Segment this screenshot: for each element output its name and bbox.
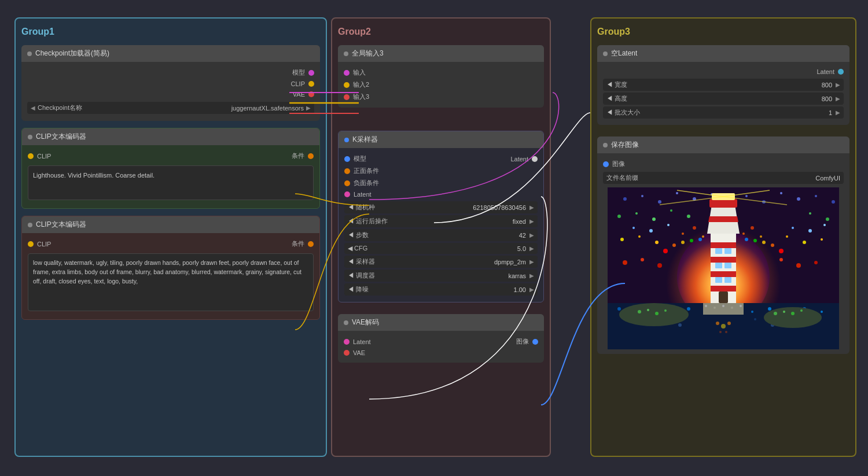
- svg-rect-63: [711, 242, 736, 248]
- height-row[interactable]: ◀ 高度 800 ▶: [603, 93, 844, 105]
- svg-point-58: [754, 318, 756, 320]
- svg-point-102: [725, 331, 727, 333]
- svg-point-96: [791, 312, 795, 315]
- svg-point-97: [800, 309, 803, 312]
- checkpoint-header: Checkpoint加载器(简易): [21, 45, 320, 62]
- clip-positive-text[interactable]: Lighthouse. Vivid Pointillism. Coarse de…: [28, 165, 314, 200]
- clip-negative-input-port[interactable]: [28, 241, 34, 247]
- clip-positive-input-label: CLIP: [37, 153, 171, 160]
- model-output-row: 模型: [27, 67, 314, 79]
- svg-rect-66: [711, 286, 736, 291]
- vae-decode-image-out-port[interactable]: [532, 339, 538, 345]
- empty-latent-out-row: Latent: [603, 67, 844, 77]
- clip-positive-header: CLIP文本编码器: [22, 128, 319, 145]
- svg-point-38: [792, 227, 794, 229]
- clip-negative-output-port[interactable]: [308, 241, 314, 247]
- svg-point-101: [719, 331, 722, 333]
- group3: Group3 空Latent Latent ◀ 宽度 800 ▶ ◀ 高度 80…: [590, 17, 856, 457]
- ksampler-status: [344, 138, 349, 142]
- svg-point-100: [727, 322, 731, 325]
- ksampler-model-port[interactable]: [344, 156, 350, 162]
- vae-decode-body: Latent 图像 VAE: [338, 331, 544, 363]
- ksampler-cfg-row[interactable]: ◀ CFG 5.0 ▶: [344, 243, 538, 254]
- height-value: 800: [822, 95, 832, 102]
- ksampler-model-row: 模型 Latent: [344, 153, 538, 165]
- vae-decode-latent-port[interactable]: [344, 339, 350, 345]
- empty-latent-header: 空Latent: [597, 45, 849, 62]
- checkpoint-select-value: juggernautXL.safetensors: [171, 105, 304, 112]
- ksampler-latent-in-port[interactable]: [344, 191, 350, 197]
- node-save-image: 保存图像 图像 文件名前缀 ComfyUI: [597, 136, 849, 354]
- svg-point-110: [672, 243, 676, 247]
- checkpoint-body: 模型 CLIP VAE ◀ Checkpoint名称 juggernautXL.…: [21, 62, 320, 121]
- ksampler-negative-port[interactable]: [344, 180, 350, 186]
- ksampler-denoise-row[interactable]: ◀ 降噪 1.00 ▶: [344, 283, 538, 296]
- svg-rect-64: [711, 257, 736, 263]
- svg-point-50: [768, 307, 771, 311]
- batch-label: ◀ 批次大小: [606, 108, 829, 117]
- empty-latent-out-port[interactable]: [838, 69, 844, 75]
- height-arrow: ▶: [836, 95, 840, 102]
- width-arrow: ▶: [836, 82, 840, 88]
- vae-output-port[interactable]: [308, 91, 314, 97]
- width-row[interactable]: ◀ 宽度 800 ▶: [603, 79, 844, 91]
- svg-point-15: [832, 200, 835, 204]
- save-image-input-label: 图像: [612, 160, 844, 168]
- input1-port[interactable]: [344, 70, 350, 76]
- clip-positive-output-label: 条件: [171, 152, 304, 160]
- svg-point-10: [745, 195, 748, 197]
- group1: Group1 Checkpoint加载器(简易) 模型 CLIP VAE: [14, 17, 327, 457]
- svg-marker-68: [708, 216, 738, 222]
- clip-output-port[interactable]: [308, 81, 314, 87]
- svg-point-94: [774, 312, 777, 315]
- input1-row: 输入: [344, 67, 538, 79]
- ksampler-latent-in-label: Latent: [354, 191, 538, 198]
- clip-positive-input-port[interactable]: [28, 153, 34, 159]
- model-output-port[interactable]: [308, 70, 314, 76]
- save-image-title: 保存图像: [611, 140, 639, 150]
- svg-point-118: [779, 249, 784, 253]
- ksampler-sampler-row[interactable]: ◀ 采样器 dpmpp_2m ▶: [344, 256, 538, 268]
- svg-point-29: [623, 260, 627, 265]
- node-global-input: 全局输入3 输入 输入2 输入3: [338, 45, 544, 108]
- svg-point-93: [664, 309, 667, 312]
- filename-row[interactable]: 文件名前缀 ComfyUI: [603, 172, 844, 184]
- vae-decode-status: [344, 320, 348, 325]
- svg-point-20: [687, 215, 690, 218]
- checkpoint-name-select[interactable]: ◀ Checkpoint名称 juggernautXL.safetensors …: [27, 102, 314, 114]
- save-image-port-row: 图像: [603, 158, 844, 170]
- ksampler-positive-port[interactable]: [344, 168, 350, 174]
- clip-positive-status: [28, 135, 32, 139]
- svg-point-112: [690, 239, 693, 242]
- clip-positive-output-port[interactable]: [308, 153, 314, 159]
- ksampler-denoise-op-row[interactable]: ◀ 运行后操作 fixed ▶: [344, 215, 538, 227]
- ksampler-steps-row[interactable]: ◀ 步数 42 ▶: [344, 229, 538, 241]
- ksampler-seed-row[interactable]: ◀ 随机种 621805078630456 ▶: [344, 201, 538, 213]
- svg-point-27: [803, 241, 806, 244]
- ksampler-negative-label: 负面条件: [354, 179, 538, 187]
- svg-point-21: [809, 212, 811, 215]
- input3-port[interactable]: [344, 94, 350, 100]
- checkpoint-status-dot: [27, 51, 32, 56]
- clip-negative-title: CLIP文本编码器: [36, 220, 86, 230]
- ksampler-positive-label: 正面条件: [354, 167, 538, 175]
- vae-decode-vae-port[interactable]: [344, 350, 350, 356]
- svg-point-117: [771, 243, 774, 247]
- node-checkpoint: Checkpoint加载器(简易) 模型 CLIP VAE ◀ C: [21, 45, 320, 121]
- svg-point-92: [655, 312, 659, 315]
- svg-point-103: [682, 233, 684, 235]
- svg-point-79: [731, 307, 733, 309]
- batch-row[interactable]: ◀ 批次大小 1 ▶: [603, 106, 844, 119]
- svg-rect-87: [724, 277, 731, 283]
- input2-port[interactable]: [344, 82, 350, 88]
- save-image-input-port[interactable]: [603, 161, 609, 167]
- global-input-status: [344, 51, 348, 56]
- ksampler-latent-out-port[interactable]: [532, 156, 538, 162]
- ksampler-positive-row: 正面条件: [344, 165, 538, 177]
- svg-point-22: [826, 217, 829, 221]
- width-label: ◀ 宽度: [606, 80, 822, 89]
- ksampler-scheduler-row[interactable]: ◀ 调度器 karras ▶: [344, 270, 538, 282]
- clip-negative-port-row: CLIP 条件: [28, 238, 314, 250]
- clip-negative-text[interactable]: low quality, watermark, ugly, tiling, po…: [28, 253, 314, 311]
- clip-output-label: CLIP: [166, 80, 305, 87]
